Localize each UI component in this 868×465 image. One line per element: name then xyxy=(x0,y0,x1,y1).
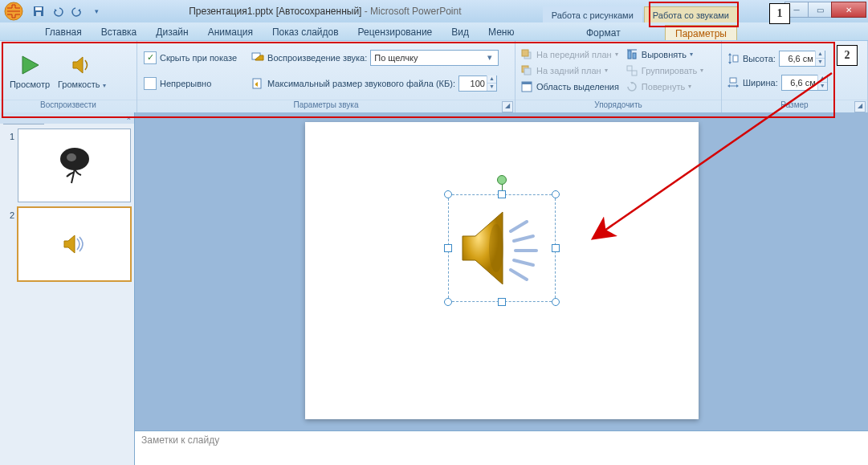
speaker-large-icon xyxy=(448,194,556,302)
slide-canvas[interactable] xyxy=(305,122,699,419)
work-area: ▭ ≡ × 1 2 xyxy=(0,112,868,465)
redo-icon[interactable] xyxy=(71,5,84,18)
tab-review[interactable]: Рецензирование xyxy=(348,24,442,40)
slide-number: 1 xyxy=(3,128,18,141)
tab-format[interactable]: Формат xyxy=(577,25,630,41)
svg-point-29 xyxy=(67,153,76,161)
tab-options[interactable]: Параметры xyxy=(665,25,737,42)
app-window: ▾ Презентация1.pptx [Автосохраненный] - … xyxy=(0,0,868,465)
tab-slideshow[interactable]: Показ слайдов xyxy=(263,24,348,40)
tab-insert[interactable]: Вставка xyxy=(92,24,147,40)
svg-line-34 xyxy=(514,260,533,265)
slide-preview xyxy=(18,207,131,281)
thumbnail-pane: ▭ ≡ × 1 2 xyxy=(0,112,135,465)
document-name: Презентация1.pptx [Автосохраненный] xyxy=(189,6,361,17)
edit-pane: Заметки к слайду xyxy=(135,112,868,465)
annotation-box-1 xyxy=(649,2,739,27)
rotate-handle[interactable] xyxy=(497,175,507,185)
context-tab-pictures[interactable]: Работа с рисунками xyxy=(543,6,642,22)
svg-line-32 xyxy=(514,236,533,241)
qat-customize-icon[interactable]: ▾ xyxy=(90,5,103,18)
slide-thumb-2[interactable]: 2 xyxy=(3,207,131,281)
tab-home[interactable]: Главная xyxy=(35,24,92,40)
save-icon[interactable] xyxy=(32,5,45,18)
undo-icon[interactable] xyxy=(51,5,64,18)
svg-point-30 xyxy=(489,224,503,272)
tab-design[interactable]: Дизайн xyxy=(146,24,198,40)
quick-access-toolbar: ▾ xyxy=(27,5,108,18)
window-title: Презентация1.pptx [Автосохраненный] - Mi… xyxy=(108,6,543,17)
tab-view[interactable]: Вид xyxy=(442,24,479,40)
slide-thumb-1[interactable]: 1 xyxy=(3,128,131,202)
annotation-callout-1: 1 xyxy=(769,3,790,24)
svg-rect-3 xyxy=(36,12,41,16)
svg-line-35 xyxy=(511,270,527,279)
svg-rect-2 xyxy=(35,7,42,10)
rose-image-icon xyxy=(51,141,99,190)
notes-placeholder: Заметки к слайду xyxy=(141,434,219,446)
window-controls: ─ ▭ ✕ xyxy=(785,2,866,18)
dialog-launcher-icon[interactable]: ◢ xyxy=(854,101,866,112)
tab-menu[interactable]: Меню xyxy=(479,24,524,40)
tab-animation[interactable]: Анимация xyxy=(198,24,263,40)
notes-pane[interactable]: Заметки к слайду xyxy=(135,430,868,465)
app-name: Microsoft PowerPoint xyxy=(370,6,461,17)
annotation-callout-2: 2 xyxy=(837,45,858,66)
close-button[interactable]: ✕ xyxy=(831,2,866,18)
annotation-box-2 xyxy=(2,42,835,118)
maximize-button[interactable]: ▭ xyxy=(808,2,832,18)
office-button[interactable] xyxy=(0,0,27,22)
selected-audio-object[interactable] xyxy=(448,194,556,302)
slide-number: 2 xyxy=(3,207,18,220)
speaker-small-icon xyxy=(61,230,88,258)
svg-line-31 xyxy=(511,222,527,231)
slide-preview xyxy=(18,128,131,202)
canvas-viewport[interactable] xyxy=(135,112,868,430)
